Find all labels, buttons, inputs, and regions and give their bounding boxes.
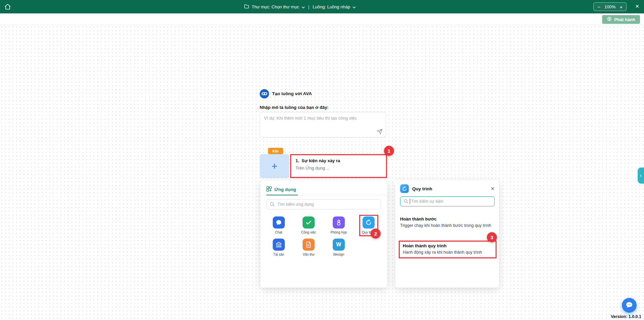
chat-app-icon <box>273 216 285 229</box>
text-caret <box>410 199 410 204</box>
app-item-label: Văn thư <box>303 253 315 256</box>
ava-prompt-label: Nhập mô tả luồng của bạn ở đây: <box>260 105 329 110</box>
app-item-wesign[interactable]: W Wesign <box>324 238 354 257</box>
app-item-van-thu[interactable]: Văn thư <box>294 238 324 257</box>
app-item-label: Wesign <box>333 253 344 256</box>
zoom-out-button[interactable]: − <box>597 4 600 9</box>
search-icon <box>403 199 408 204</box>
app-box: Tài sản <box>271 238 286 257</box>
annotation-badge-2: 2 <box>371 229 381 239</box>
app-item-chat[interactable]: Chat <box>264 216 294 235</box>
chat-bubble-icon <box>625 301 633 310</box>
apps-panel: Ứng dụng Chat <box>260 180 387 287</box>
tab-apps[interactable]: Ứng dụng <box>266 184 298 195</box>
breadcrumb: Thư mục: Chọn thư mục | Luồng: Luồng nhá… <box>244 0 356 13</box>
process-app-icon <box>363 216 375 229</box>
event-panel: Quy trình ✕ Hoàn thành bước Trigger chạy… <box>395 180 499 287</box>
flow-selector-label: Luồng: Luồng nháp <box>313 4 350 9</box>
event-item-description: Hành động xảy ra khi hoàn thành quy trìn… <box>403 250 493 256</box>
folder-icon <box>244 4 249 10</box>
apps-grid: Chat Công việc Phòng họp <box>264 216 384 257</box>
close-button[interactable]: ✕ <box>635 3 639 9</box>
chevron-down-icon <box>352 4 356 9</box>
zoom-level: 100% <box>604 4 616 9</box>
meeting-app-icon <box>333 216 345 229</box>
app-window: Thư mục: Chọn thư mục | Luồng: Luồng nhá… <box>0 0 644 320</box>
toolbar: Phát hành <box>0 13 644 25</box>
app-item-phong-hop[interactable]: Phòng họp <box>324 216 354 235</box>
app-box: Công việc <box>300 216 318 235</box>
side-panel-toggle[interactable]: ‹ <box>638 168 644 184</box>
document-app-icon <box>303 239 315 251</box>
folder-selector-label: Thư mục: Chọn thư mục <box>252 4 299 9</box>
zoom-in-button[interactable]: + <box>620 4 623 9</box>
annotation-badge-3: 3 <box>487 232 497 242</box>
app-item-tai-san[interactable]: Tài sản <box>264 238 294 257</box>
plus-icon: + <box>271 161 277 171</box>
apps-search <box>266 199 381 209</box>
home-button[interactable] <box>3 3 12 11</box>
publish-button-label: Phát hành <box>614 17 635 22</box>
event-item-title: Hoàn thành bước <box>400 216 495 221</box>
tab-apps-label: Ứng dụng <box>274 187 296 192</box>
app-item-label: Phòng họp <box>331 231 347 234</box>
breadcrumb-divider: | <box>308 4 309 9</box>
event-item-hoan-thanh-quy-trinh[interactable]: Hoàn thành quy trình Hành động xảy ra kh… <box>399 241 497 258</box>
version-label: Version: 1.0.0.1 <box>611 314 641 319</box>
top-bar: Thư mục: Chọn thư mục | Luồng: Luồng nhá… <box>0 0 644 13</box>
trigger-node-add[interactable]: + <box>260 154 289 178</box>
app-box: Chat <box>271 216 286 235</box>
apps-panel-header: Ứng dụng <box>260 180 387 195</box>
publish-button[interactable]: Phát hành <box>602 15 640 24</box>
app-item-label: Chat <box>275 231 282 234</box>
event-item-description: Trigger chạy khi hoàn thành bước trong q… <box>400 223 495 229</box>
flow-selector[interactable]: Luồng: Luồng nháp <box>313 4 356 9</box>
zoom-control: − 100% + <box>593 2 627 11</box>
task-check-app-icon <box>303 216 315 229</box>
apps-search-input[interactable] <box>266 199 381 209</box>
event-item-title: Hoàn thành quy trình <box>403 243 493 248</box>
annotation-badge-1: 1 <box>384 146 394 156</box>
trigger-node[interactable]: 1. Sự kiện này xảy ra Trên Ứng dụng ... <box>290 154 387 178</box>
event-search-input[interactable] <box>400 196 495 206</box>
apps-grid-icon <box>266 186 272 193</box>
support-chat-button[interactable] <box>622 298 637 313</box>
process-app-icon <box>400 184 409 193</box>
trigger-node-subtitle: Trên Ứng dụng ... <box>296 166 382 171</box>
when-badge: Khi <box>268 148 283 154</box>
chevron-left-icon: ‹ <box>640 173 642 179</box>
event-panel-title: Quy trình <box>412 186 487 191</box>
globe-icon <box>607 16 612 22</box>
close-panel-button[interactable]: ✕ <box>491 186 495 191</box>
folder-selector[interactable]: Thư mục: Chọn thư mục <box>244 4 305 10</box>
event-search <box>400 196 495 206</box>
search-icon <box>270 202 275 207</box>
ava-input-wrapper <box>260 112 386 137</box>
flow-description-input[interactable] <box>260 112 386 137</box>
wesign-app-icon: W <box>333 239 345 251</box>
app-item-label: Công việc <box>301 231 316 234</box>
trigger-node-title: 1. Sự kiện này xảy ra <box>296 158 382 163</box>
ava-avatar <box>260 89 269 99</box>
chevron-down-icon <box>302 4 305 9</box>
asset-bank-app-icon <box>273 239 285 251</box>
app-box: W Wesign <box>331 238 346 257</box>
event-item-hoan-thanh-buoc[interactable]: Hoàn thành bước Trigger chạy khi hoàn th… <box>400 216 495 229</box>
app-item-label: Tài sản <box>273 253 284 256</box>
ava-title: Tạo luồng với AVA <box>272 91 312 96</box>
app-box: Phòng họp <box>329 216 348 235</box>
app-box: Văn thư <box>301 238 316 257</box>
event-panel-header: Quy trình ✕ <box>400 184 495 194</box>
send-icon[interactable] <box>377 129 383 135</box>
home-icon <box>4 3 11 11</box>
app-item-cong-viec[interactable]: Công việc <box>294 216 324 235</box>
